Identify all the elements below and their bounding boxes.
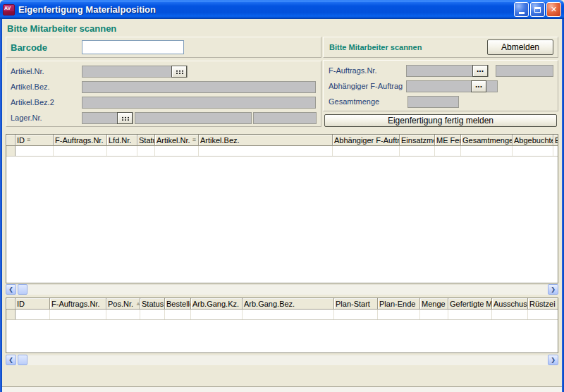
col-header-abhaengiger-f-auftrag[interactable]: Abhängiger F-Auftra	[333, 135, 400, 146]
abhaengig-label: Abhängiger F-Auftrag	[329, 80, 403, 92]
f-auftrag-extra-field	[496, 65, 553, 77]
col-label: F-Auftrags.Nr.	[51, 300, 99, 308]
col-label: Artikel.Nr.	[157, 136, 190, 145]
col-header-plan-ende[interactable]: Plan-Ende	[378, 298, 420, 310]
scroll-left-button[interactable]: ❮	[6, 355, 16, 365]
lager-nr-browse-button[interactable]	[117, 112, 133, 124]
col-header-id[interactable]: ID≡	[16, 135, 54, 146]
row-selector-header	[6, 135, 16, 146]
grid-row[interactable]	[6, 146, 558, 157]
col-label: Arb.Gang.Kz.	[192, 300, 239, 308]
operations-grid-hscrollbar[interactable]: ❮ ❯	[6, 355, 558, 365]
col-header-e[interactable]: E	[553, 135, 558, 146]
orders-grid-hscrollbar[interactable]: ❮ ❯	[6, 284, 558, 295]
col-label: Arb.Gang.Bez.	[244, 300, 295, 308]
scroll-right-button[interactable]: ❯	[548, 284, 558, 295]
submit-button[interactable]: Eigenfertigung fertig melden	[324, 114, 557, 127]
window-title: Eigenfertigung Materialposition	[18, 4, 156, 15]
logout-button-label: Abmelden	[501, 42, 539, 52]
scrollbar-thumb[interactable]	[18, 284, 27, 295]
abhaengig-browse-button[interactable]: ...	[471, 80, 486, 92]
col-label: Abgebuchte	[514, 136, 553, 145]
minimize-icon	[519, 12, 525, 14]
row-selector-header	[6, 298, 16, 310]
close-button[interactable]: ✕	[546, 2, 561, 17]
orders-grid: ID≡ F-Auftrags.Nr. Lfd.Nr. Statu Artikel…	[6, 134, 558, 283]
col-header-einsatzmenge[interactable]: Einsatzme	[400, 135, 435, 146]
col-label: ID	[17, 136, 25, 145]
scroll-left-icon: ❮	[8, 357, 13, 363]
artikel-bez2-label: Artikel.Bez.2	[11, 97, 54, 109]
barcode-input[interactable]	[82, 40, 184, 54]
window-controls: ✕	[514, 2, 561, 17]
col-label: Plan-Ende	[379, 300, 415, 308]
sort-ascending-icon: ▲	[135, 301, 140, 307]
logout-button[interactable]: Abmelden	[487, 39, 553, 55]
artikel-nr-browse-button[interactable]	[171, 66, 187, 78]
close-icon: ✕	[551, 6, 557, 13]
col-label: Ausschus	[494, 300, 527, 308]
col-label: Abhängiger F-Auftra	[334, 136, 400, 145]
col-label: Statu	[139, 136, 155, 145]
ellipsis-icon: ...	[477, 68, 484, 75]
row-selector-cell[interactable]	[6, 310, 16, 319]
orders-grid-header: ID≡ F-Auftrags.Nr. Lfd.Nr. Statu Artikel…	[6, 135, 558, 146]
dots-grid-icon	[176, 70, 183, 74]
title-bar[interactable]: AV Eigenfertigung Materialposition ✕	[0, 0, 564, 19]
barcode-label: Barcode	[11, 42, 47, 54]
scroll-right-icon: ❯	[551, 357, 556, 363]
col-header-artikel-nr[interactable]: Artikel.Nr.≡	[155, 135, 199, 146]
scrollbar-thumb[interactable]	[18, 355, 27, 365]
col-label: Einsatzme	[401, 136, 435, 145]
page-heading: Bitte Mitarbeiter scannen	[7, 23, 116, 34]
lager-extra-field	[253, 112, 317, 124]
artikel-nr-label: Artikel.Nr.	[11, 66, 44, 78]
col-label: Status	[142, 300, 164, 308]
col-label: Pos.Nr.	[108, 300, 133, 308]
col-header-me-fert[interactable]: ME Fert	[435, 135, 461, 146]
col-header-gesamtmenge[interactable]: Gesamtmenge	[461, 135, 513, 146]
col-header-id[interactable]: ID	[16, 298, 50, 310]
window-border-left	[0, 19, 2, 392]
col-header-bestellte[interactable]: Bestelle	[165, 298, 191, 310]
col-header-arb-gang-kz[interactable]: Arb.Gang.Kz.	[191, 298, 243, 310]
col-label: Bestelle	[166, 300, 191, 308]
col-header-abgebuchte[interactable]: Abgebuchte	[513, 135, 553, 146]
grid-row[interactable]	[6, 310, 558, 320]
col-header-gefertigte-menge[interactable]: Gefertigte M	[448, 298, 492, 310]
col-header-plan-start[interactable]: Plan-Start	[334, 298, 378, 310]
maximize-button[interactable]	[530, 2, 545, 17]
col-header-lfd-nr[interactable]: Lfd.Nr.	[107, 135, 137, 146]
col-label: Gefertigte M	[450, 300, 492, 308]
scroll-left-icon: ❮	[8, 286, 13, 293]
col-header-menge[interactable]: Menge	[420, 298, 448, 310]
col-header-arb-gang-bez[interactable]: Arb.Gang.Bez.	[243, 298, 334, 310]
scroll-right-button[interactable]: ❯	[548, 355, 558, 365]
f-auftrag-browse-button[interactable]: ...	[472, 65, 488, 77]
lager-bez-field	[135, 112, 252, 124]
operations-grid: ID F-Auftrags.Nr. Pos.Nr.▲ Status Bestel…	[6, 298, 558, 353]
col-header-status[interactable]: Status	[140, 298, 165, 310]
employee-heading: Bitte Mitarbeiter scannen	[329, 42, 422, 54]
artikel-bez2-field	[82, 97, 316, 109]
sort-icon: ≡	[27, 137, 30, 143]
bottom-strip	[2, 387, 562, 392]
col-header-artikel-bez[interactable]: Artikel.Bez.	[199, 135, 333, 146]
col-header-f-auftrags-nr[interactable]: F-Auftrags.Nr.	[50, 298, 106, 310]
scroll-left-button[interactable]: ❮	[6, 284, 16, 295]
col-label: Rüstzei	[529, 300, 556, 308]
col-header-ruestzeit[interactable]: Rüstzei	[528, 298, 558, 310]
col-label: Artikel.Bez.	[200, 136, 240, 145]
artikel-bez-label: Artikel.Bez.	[11, 81, 50, 93]
order-panel: F-Auftrags.Nr. ... Abhängiger F-Auftrag …	[323, 60, 558, 111]
col-header-ausschuss[interactable]: Ausschus	[492, 298, 528, 310]
col-header-f-auftrags-nr[interactable]: F-Auftrags.Nr.	[54, 135, 107, 146]
sort-icon: ≡	[192, 137, 196, 143]
row-selector-cell[interactable]	[6, 146, 16, 156]
col-header-pos-nr[interactable]: Pos.Nr.▲	[106, 298, 140, 310]
artikel-bez-field	[82, 81, 316, 93]
minimize-button[interactable]	[514, 2, 529, 17]
col-label: ME Fert	[436, 136, 461, 145]
col-header-status[interactable]: Statu	[137, 135, 155, 146]
material-panel: Artikel.Nr. Artikel.Bez. Artikel.Bez.2 L…	[6, 61, 321, 127]
